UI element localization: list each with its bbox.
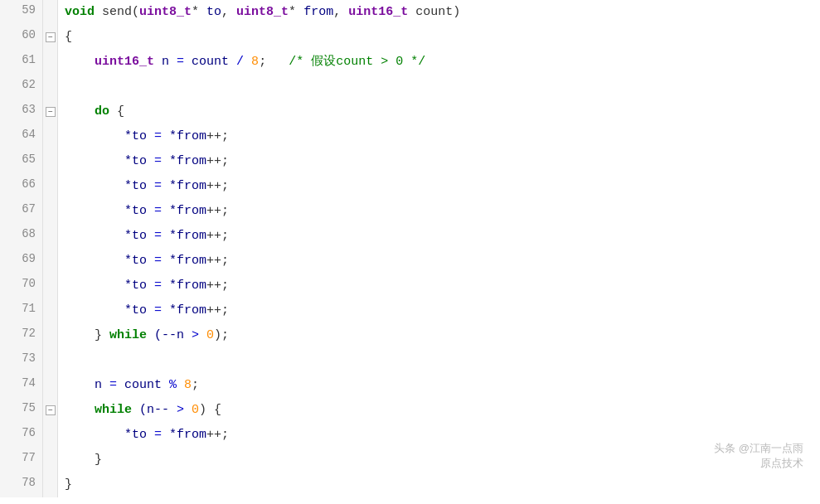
line-content: while (n-- > 0) {: [58, 398, 228, 423]
code-token: *from: [169, 279, 206, 293]
fold-gutter[interactable]: [43, 50, 58, 75]
code-line: 69 *to = *from++;: [0, 249, 820, 274]
code-token: while: [95, 403, 132, 417]
code-token: ;: [192, 378, 199, 392]
code-token: ) {: [199, 403, 221, 417]
code-token: [65, 428, 124, 442]
code-line: 76 *to = *from++;: [0, 423, 820, 448]
fold-gutter[interactable]: [43, 373, 58, 398]
code-token: 8: [251, 55, 259, 69]
line-content: }: [58, 472, 79, 497]
code-token: =: [147, 254, 169, 268]
line-number: 76: [0, 423, 43, 448]
fold-gutter[interactable]: [43, 348, 58, 373]
code-token: %: [169, 378, 177, 392]
fold-gutter[interactable]: −: [43, 99, 58, 124]
code-line: 63− do {: [0, 99, 820, 124]
line-content: *to = *from++;: [58, 199, 235, 224]
code-token: ++;: [206, 428, 229, 442]
line-content: [58, 75, 79, 99]
fold-gutter[interactable]: [43, 423, 58, 448]
line-content: {: [58, 25, 79, 50]
fold-gutter[interactable]: [43, 224, 58, 249]
fold-icon[interactable]: −: [46, 107, 56, 117]
fold-gutter[interactable]: [43, 472, 58, 497]
code-token: *to: [124, 303, 147, 317]
code-editor: 59void send(uint8_t* to, uint8_t* from, …: [0, 0, 820, 504]
code-token: =: [147, 204, 169, 218]
code-token: *to: [124, 254, 147, 268]
fold-gutter[interactable]: [43, 75, 58, 99]
code-token: ,: [221, 5, 236, 19]
fold-gutter[interactable]: −: [43, 398, 58, 423]
code-line: 68 *to = *from++;: [0, 224, 820, 249]
line-number: 77: [0, 448, 43, 472]
line-content: *to = *from++;: [58, 274, 235, 298]
code-token: 8: [184, 378, 192, 392]
code-token: *to: [124, 428, 147, 442]
code-line: 73: [0, 348, 820, 373]
fold-icon[interactable]: −: [46, 405, 56, 415]
fold-gutter[interactable]: [43, 274, 58, 298]
fold-gutter[interactable]: [43, 0, 58, 25]
line-content: *to = *from++;: [58, 149, 235, 174]
fold-gutter[interactable]: [43, 249, 58, 274]
code-token: }: [65, 477, 72, 492]
line-content: *to = *from++;: [58, 174, 235, 199]
code-token: [199, 328, 206, 342]
code-token: >: [192, 328, 199, 342]
code-token: *from: [169, 204, 206, 218]
code-token: 0: [206, 328, 214, 342]
line-number: 78: [0, 472, 43, 497]
fold-gutter[interactable]: [43, 323, 58, 348]
fold-gutter[interactable]: [43, 149, 58, 174]
code-token: count: [117, 378, 169, 392]
code-token: {: [65, 30, 72, 44]
line-number: 71: [0, 298, 43, 323]
line-content: } while (--n > 0);: [58, 323, 235, 348]
code-token: *from: [169, 254, 206, 268]
code-token: [244, 55, 251, 69]
code-token: ;: [259, 55, 289, 69]
code-line: 78}: [0, 472, 820, 497]
code-token: /: [236, 55, 244, 69]
fold-icon[interactable]: −: [46, 32, 56, 42]
fold-gutter[interactable]: [43, 199, 58, 224]
code-line: 72 } while (--n > 0);: [0, 323, 820, 348]
code-token: [65, 229, 124, 243]
code-token: uint16_t: [95, 55, 154, 69]
fold-gutter[interactable]: −: [43, 25, 58, 50]
code-token: [65, 254, 124, 268]
code-token: [65, 179, 124, 193]
code-line: 64 *to = *from++;: [0, 124, 820, 149]
line-number: 73: [0, 348, 43, 373]
fold-gutter[interactable]: [43, 174, 58, 199]
fold-gutter[interactable]: [43, 298, 58, 323]
line-content: uint16_t n = count / 8; /* 假设count > 0 *…: [58, 50, 432, 75]
line-content: *to = *from++;: [58, 224, 235, 249]
code-token: *to: [124, 279, 147, 293]
line-content: *to = *from++;: [58, 124, 235, 149]
line-number: 74: [0, 373, 43, 398]
code-token: =: [147, 279, 169, 293]
code-token: *from: [169, 229, 206, 243]
code-token: *from: [169, 179, 206, 193]
code-line: 75− while (n-- > 0) {: [0, 398, 820, 423]
code-token: *: [289, 5, 303, 19]
code-line: 65 *to = *from++;: [0, 149, 820, 174]
fold-gutter[interactable]: [43, 448, 58, 472]
code-token: =: [109, 378, 117, 392]
line-number: 61: [0, 50, 43, 75]
line-number: 59: [0, 0, 43, 25]
code-token: to: [206, 5, 221, 19]
code-token: from: [303, 5, 333, 19]
code-token: n: [65, 378, 109, 392]
watermark: 头条 @江南一点雨 原点技术: [714, 441, 803, 471]
code-token: *from: [169, 303, 206, 317]
code-token: [65, 104, 95, 119]
code-token: =: [147, 229, 169, 243]
fold-gutter[interactable]: [43, 124, 58, 149]
code-token: ++;: [206, 303, 229, 317]
code-token: {: [109, 104, 124, 119]
code-token: );: [214, 328, 229, 342]
